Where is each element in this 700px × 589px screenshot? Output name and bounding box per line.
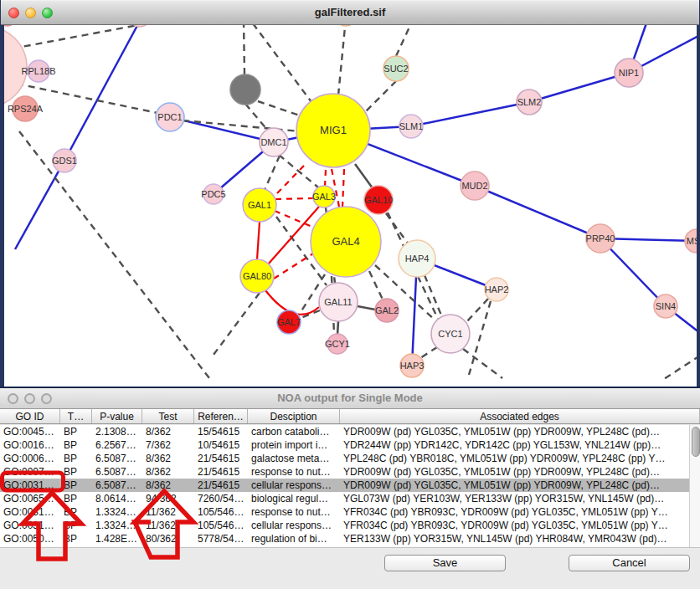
cell-description: carbon cataboli… — [248, 425, 340, 438]
cell-go_id: GO:0031… — [0, 479, 60, 492]
close-button-inactive[interactable] — [8, 393, 18, 404]
cell-go_id: GO:0065… — [0, 492, 60, 505]
cell-reference: 5778/54… — [194, 532, 248, 545]
cell-edges: YDR244W (pp) YDR142C, YDR142C (pp) YGL15… — [340, 438, 700, 452]
cell-p_value: 2.1308… — [92, 425, 142, 438]
edge-dashed — [211, 293, 260, 358]
table-row[interactable]: GO:0050…BP1.428E…80/3625778/54…regulatio… — [0, 532, 700, 545]
cell-reference: 7260/54… — [194, 492, 248, 505]
cell-go_id: GO:0045… — [0, 425, 60, 438]
edge-dark — [337, 321, 338, 335]
node-label: MIG1 — [320, 124, 347, 136]
close-button[interactable] — [8, 8, 19, 18]
table-row[interactable]: GO:0016…BP6.2567…7/36210/54615protein im… — [0, 438, 700, 452]
table-row[interactable]: GO:0031…BP6.5087…8/36221/54615cellular r… — [0, 479, 700, 492]
node-label: SUC2 — [383, 64, 408, 74]
cell-test: 94/362 — [142, 492, 194, 505]
cell-description: cellular respons… — [248, 479, 340, 492]
node-label: RPS24A — [8, 104, 44, 114]
table-row[interactable]: GO:0065…BP8.0614…94/3627260/54…biologica… — [0, 492, 700, 505]
network-canvas[interactable]: RPL18BRPS24AGDS1PDC1PDC5DMC1MIG1SLM1SUC2… — [4, 0, 697, 387]
edge-dashed — [420, 347, 437, 358]
node-label: GAL11 — [324, 297, 352, 307]
column-header-type[interactable]: T… — [60, 409, 92, 423]
graph-window-titlebar[interactable]: galFiltered.sif — [1, 0, 699, 25]
node-label: PDC1 — [157, 112, 182, 122]
cell-description: response to nut… — [248, 505, 340, 519]
cell-reference: 10/54615 — [194, 438, 248, 452]
cell-test: 8/362 — [142, 479, 194, 492]
table-row[interactable]: GO:0007…BP6.5087…8/36221/54615response t… — [0, 465, 700, 479]
vertical-scrollbar[interactable] — [689, 425, 700, 547]
graph-window-title: galFiltered.sif — [1, 1, 699, 24]
edge-red_dashed — [275, 198, 313, 199]
cell-reference: 21/54615 — [194, 452, 248, 465]
noa-window-title: NOA output for Single Mode — [0, 388, 700, 408]
cell-edges: YFR034C (pd) YBR093C, YDR009W (pd) YGL03… — [340, 505, 700, 519]
cell-go_id: GO:0031… — [0, 519, 60, 532]
minimize-button[interactable] — [25, 8, 36, 18]
cell-type: BP — [60, 505, 92, 519]
cell-test: 80/362 — [142, 532, 194, 545]
cell-edges: YDR009W (pd) YGL035C, YML051W (pp) YDR00… — [340, 479, 700, 492]
cell-p_value: 1.428E… — [92, 532, 142, 545]
zoom-button[interactable] — [42, 8, 53, 18]
cell-type: BP — [60, 452, 92, 465]
edge-dark — [355, 164, 373, 188]
table-row[interactable]: GO:0006…BP6.5087…8/36221/54615galactose … — [0, 452, 700, 465]
cancel-button[interactable]: Cancel — [569, 555, 690, 571]
vertical-scrollbar-thumb[interactable] — [692, 427, 700, 457]
node-label: GAL7 — [277, 317, 301, 327]
edge-dashed — [19, 131, 209, 378]
edge-dashed — [183, 120, 300, 131]
cell-edges: YPL248C (pd) YBR018C, YML051W (pp) YDR00… — [340, 452, 700, 465]
table-row[interactable]: GO:0031…BP1.3324…11/362105/546…cellular … — [0, 519, 700, 532]
column-header-p_value[interactable]: P-value — [92, 409, 142, 423]
cell-go_id: GO:0031… — [0, 505, 60, 519]
cell-test: 7/362 — [142, 438, 194, 452]
node-label: CYC1 — [438, 329, 462, 339]
noa-window: NOA output for Single Mode GO IDT…P-valu… — [0, 387, 700, 589]
node-label: HAP3 — [400, 361, 425, 371]
node-label: GAL10 — [364, 195, 393, 205]
table-row[interactable]: GO:0031…BP1.3324…11/362105/546…response … — [0, 505, 700, 519]
cell-p_value: 6.5087… — [92, 452, 142, 465]
cell-reference: 105/546… — [194, 519, 248, 532]
column-header-test[interactable]: Test — [142, 409, 194, 423]
table-row[interactable]: GO:0045…BP2.1308…8/36215/54615carbon cat… — [0, 425, 700, 438]
cell-type: BP — [60, 465, 92, 479]
cell-test: 11/362 — [142, 505, 194, 519]
edge-blue — [64, 21, 140, 161]
noa-window-titlebar[interactable]: NOA output for Single Mode — [0, 388, 700, 409]
cell-description: protein import i… — [248, 438, 340, 452]
cell-edges: YDR009W (pd) YGL035C, YML051W (pp) YDR00… — [340, 425, 700, 438]
minimize-button-inactive[interactable] — [24, 393, 35, 404]
node-label: SIN4 — [656, 301, 676, 311]
cell-p_value: 6.5087… — [92, 465, 142, 479]
edge-dashed — [469, 301, 491, 375]
node-unlabeled[interactable] — [230, 74, 260, 105]
table-body: GO:0045…BP2.1308…8/36215/54615carbon cat… — [0, 425, 700, 547]
cell-edges: YER133W (pp) YOR315W, YNL145W (pd) YHR08… — [340, 532, 700, 545]
cell-edges: YFR034C (pd) YBR093C, YDR009W (pd) YGL03… — [340, 519, 700, 532]
node-label: GAL80 — [243, 271, 271, 281]
column-header-description[interactable]: Desciption — [248, 409, 340, 423]
column-header-edges[interactable]: Associated edges — [340, 409, 700, 423]
node-label: GAL3 — [312, 192, 336, 202]
save-button[interactable]: Save — [384, 555, 506, 571]
cell-type: BP — [60, 519, 92, 532]
edge-dashed — [258, 101, 300, 115]
edge-dashed — [396, 22, 412, 56]
column-header-reference[interactable]: Referen… — [194, 409, 248, 423]
cell-test: 8/362 — [142, 452, 194, 465]
edge-blue — [15, 161, 64, 249]
cell-reference: 105/546… — [194, 505, 248, 519]
table-header-row: GO IDT…P-valueTestReferen…DesciptionAsso… — [0, 409, 700, 424]
node-label: MSN — [687, 236, 697, 246]
node-label: RPL18B — [22, 66, 56, 76]
node-label: PRP40 — [586, 233, 615, 243]
zoom-button-inactive[interactable] — [41, 393, 52, 404]
column-header-go_id[interactable]: GO ID — [0, 409, 60, 423]
edge-dashed — [661, 356, 697, 381]
cell-go_id: GO:0006… — [0, 452, 60, 465]
